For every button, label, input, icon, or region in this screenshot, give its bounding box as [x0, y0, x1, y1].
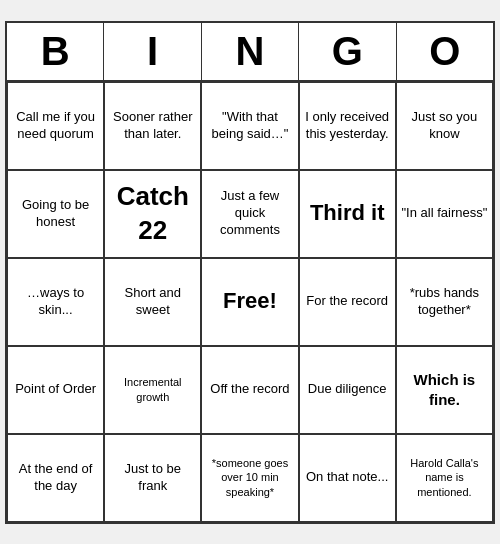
cell-0-1[interactable]: Sooner rather than later. [104, 82, 201, 170]
cell-3-3[interactable]: Due diligence [299, 346, 396, 434]
cell-1-4[interactable]: "In all fairness" [396, 170, 493, 258]
cell-0-3[interactable]: I only received this yesterday. [299, 82, 396, 170]
cell-0-2[interactable]: "With that being said…" [201, 82, 298, 170]
cell-3-1[interactable]: Incremental growth [104, 346, 201, 434]
cell-4-0[interactable]: At the end of the day [7, 434, 104, 522]
bingo-grid: Call me if you need quorum Sooner rather… [7, 82, 493, 522]
letter-o: O [397, 23, 493, 80]
cell-2-0[interactable]: …ways to skin... [7, 258, 104, 346]
letter-b: B [7, 23, 104, 80]
cell-1-3[interactable]: Third it [299, 170, 396, 258]
cell-0-0[interactable]: Call me if you need quorum [7, 82, 104, 170]
cell-4-1[interactable]: Just to be frank [104, 434, 201, 522]
cell-4-2[interactable]: *someone goes over 10 min speaking* [201, 434, 298, 522]
cell-2-1[interactable]: Short and sweet [104, 258, 201, 346]
cell-3-4[interactable]: Which is fine. [396, 346, 493, 434]
cell-1-1[interactable]: Catch 22 [104, 170, 201, 258]
cell-0-4[interactable]: Just so you know [396, 82, 493, 170]
cell-2-3[interactable]: For the record [299, 258, 396, 346]
letter-i: I [104, 23, 201, 80]
cell-3-0[interactable]: Point of Order [7, 346, 104, 434]
cell-3-2[interactable]: Off the record [201, 346, 298, 434]
bingo-card: B I N G O Call me if you need quorum Soo… [5, 21, 495, 524]
letter-n: N [202, 23, 299, 80]
cell-2-2-free[interactable]: Free! [201, 258, 298, 346]
letter-g: G [299, 23, 396, 80]
cell-1-2[interactable]: Just a few quick comments [201, 170, 298, 258]
bingo-header: B I N G O [7, 23, 493, 82]
cell-2-4[interactable]: *rubs hands together* [396, 258, 493, 346]
cell-4-3[interactable]: On that note... [299, 434, 396, 522]
cell-1-0[interactable]: Going to be honest [7, 170, 104, 258]
cell-4-4[interactable]: Harold Calla's name is mentioned. [396, 434, 493, 522]
